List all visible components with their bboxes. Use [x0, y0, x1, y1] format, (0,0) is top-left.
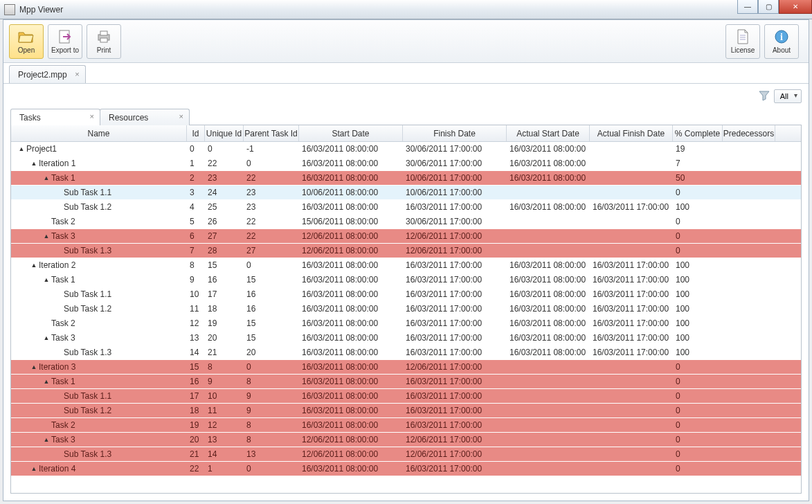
- cell-uid: 1: [205, 464, 244, 474]
- cell-finish: 16/03/2011 17:00:00: [403, 406, 507, 415]
- table-row[interactable]: Sub Task 1.24252316/03/2011 08:00:0016/0…: [11, 200, 801, 215]
- expander-icon[interactable]: ▲: [43, 378, 50, 385]
- expander-icon[interactable]: ▲: [30, 363, 37, 370]
- maximize-button[interactable]: ▢: [758, 0, 779, 14]
- expander-icon[interactable]: ▲: [30, 160, 37, 167]
- filter-row: All: [10, 88, 802, 105]
- cell-name: Task 2: [11, 318, 187, 328]
- tab-resources[interactable]: Resources ×: [100, 109, 190, 125]
- col-pred[interactable]: Predecessors: [723, 125, 775, 141]
- table-row[interactable]: ▲Iteration 4221016/03/2011 08:00:0016/03…: [11, 462, 801, 476]
- col-start[interactable]: Start Date: [299, 125, 403, 141]
- cell-id: 2: [187, 173, 205, 183]
- cell-pc: 7: [673, 159, 723, 168]
- export-button[interactable]: Export to: [48, 24, 82, 59]
- table-row[interactable]: Sub Task 1.110171616/03/2011 08:00:0016/…: [11, 287, 801, 302]
- license-button[interactable]: License: [725, 24, 760, 59]
- table-row[interactable]: Sub Task 1.314212016/03/2011 08:00:0016/…: [11, 345, 801, 360]
- expander-icon[interactable]: ▲: [43, 233, 50, 240]
- cell-pc: 100: [673, 260, 723, 270]
- cell-id: 16: [187, 377, 205, 386]
- funnel-icon[interactable]: [759, 90, 770, 103]
- table-row[interactable]: Sub Task 1.11710916/03/2011 08:00:0016/0…: [11, 389, 801, 404]
- file-tab-close-icon[interactable]: ×: [75, 70, 79, 78]
- file-tab[interactable]: Project2.mpp ×: [9, 65, 86, 83]
- table-row[interactable]: Sub Task 1.21811916/03/2011 08:00:0016/0…: [11, 404, 801, 418]
- col-id[interactable]: Id: [187, 125, 205, 141]
- table-row[interactable]: ▲Task 36272212/06/2011 08:00:0012/06/201…: [11, 229, 801, 244]
- cell-finish: 12/06/2011 17:00:00: [403, 246, 507, 255]
- expander-icon[interactable]: ▲: [43, 436, 50, 443]
- cell-uid: 20: [205, 333, 244, 343]
- expander-icon[interactable]: ▲: [30, 465, 37, 472]
- cell-pc: 0: [673, 391, 723, 401]
- col-name[interactable]: Name: [11, 125, 187, 141]
- cell-pid: 20: [244, 348, 299, 357]
- col-finish[interactable]: Finish Date: [403, 125, 507, 141]
- table-row[interactable]: ▲Project100-116/03/2011 08:00:0030/06/20…: [11, 142, 801, 156]
- cell-name: ▲Task 1: [11, 275, 187, 285]
- cell-uid: 18: [205, 304, 244, 314]
- tab-resources-close-icon[interactable]: ×: [179, 112, 183, 120]
- col-pid[interactable]: Parent Task Id: [244, 125, 299, 141]
- table-row[interactable]: ▲Task 313201516/03/2011 08:00:0016/03/20…: [11, 331, 801, 345]
- cell-name: ▲Iteration 1: [11, 159, 187, 168]
- table-row[interactable]: ▲Iteration 3158016/03/2011 08:00:0012/06…: [11, 360, 801, 375]
- table-row[interactable]: ▲Iteration 2815016/03/2011 08:00:0016/03…: [11, 258, 801, 273]
- expander-icon[interactable]: ▲: [18, 145, 25, 152]
- cell-id: 12: [187, 318, 205, 328]
- table-row[interactable]: ▲Iteration 1122016/03/2011 08:00:0030/06…: [11, 156, 801, 171]
- expander-icon[interactable]: ▲: [43, 334, 50, 341]
- cell-uid: 10: [205, 391, 244, 401]
- printer-icon: [96, 28, 112, 45]
- filter-dropdown[interactable]: All: [774, 89, 802, 103]
- cell-finish: 10/06/2011 17:00:00: [403, 188, 507, 197]
- cell-finish: 16/03/2011 17:00:00: [403, 464, 507, 474]
- col-pc[interactable]: % Complete: [673, 125, 723, 141]
- cell-afinish: 16/03/2011 17:00:00: [590, 318, 673, 328]
- cell-name-text: Task 2: [51, 420, 75, 430]
- expander-icon[interactable]: ▲: [30, 262, 37, 269]
- cell-uid: 23: [205, 173, 244, 183]
- table-row[interactable]: Sub Task 1.37282712/06/2011 08:00:0012/0…: [11, 244, 801, 258]
- table-row[interactable]: ▲Task 12232216/03/2011 08:00:0010/06/201…: [11, 171, 801, 186]
- task-grid-body[interactable]: Name Id Unique Id Parent Task Id Start D…: [11, 125, 801, 493]
- col-astart[interactable]: Actual Start Date: [507, 125, 590, 141]
- cell-name-text: Iteration 2: [39, 260, 75, 270]
- table-row[interactable]: ▲Task 19161516/03/2011 08:00:0016/03/201…: [11, 273, 801, 287]
- table-row[interactable]: ▲Task 1169816/03/2011 08:00:0016/03/2011…: [11, 375, 801, 389]
- cell-id: 22: [187, 464, 205, 474]
- table-row[interactable]: Task 212191516/03/2011 08:00:0016/03/201…: [11, 316, 801, 331]
- tab-tasks-close-icon[interactable]: ×: [90, 112, 94, 120]
- cell-start: 12/06/2011 08:00:00: [299, 246, 403, 255]
- close-button[interactable]: ✕: [779, 0, 812, 14]
- cell-name-text: Project1: [26, 144, 57, 154]
- table-row[interactable]: Sub Task 1.321141312/06/2011 08:00:0012/…: [11, 447, 801, 462]
- col-uid[interactable]: Unique Id: [205, 125, 244, 141]
- table-row[interactable]: ▲Task 32013812/06/2011 08:00:0012/06/201…: [11, 433, 801, 447]
- cell-pid: 0: [244, 260, 299, 270]
- cell-finish: 16/03/2011 17:00:00: [403, 420, 507, 430]
- cell-name-text: Task 2: [51, 217, 75, 226]
- cell-name: Sub Task 1.2: [11, 304, 187, 314]
- open-button[interactable]: Open: [9, 24, 44, 59]
- cell-finish: 30/06/2011 17:00:00: [403, 217, 507, 226]
- about-button[interactable]: i About: [764, 24, 799, 59]
- table-row[interactable]: Task 21912816/03/2011 08:00:0016/03/2011…: [11, 418, 801, 433]
- table-row[interactable]: Sub Task 1.211181616/03/2011 08:00:0016/…: [11, 302, 801, 316]
- app-icon: [4, 4, 15, 15]
- cell-afinish: 16/03/2011 17:00:00: [590, 289, 673, 299]
- cell-pc: 100: [673, 275, 723, 285]
- minimize-button[interactable]: —: [737, 0, 758, 14]
- cell-uid: 21: [205, 348, 244, 357]
- table-row[interactable]: Task 25262215/06/2011 08:00:0030/06/2011…: [11, 215, 801, 229]
- cell-name-text: Sub Task 1.1: [64, 391, 111, 401]
- tab-tasks[interactable]: Tasks ×: [10, 109, 100, 125]
- document-icon: [734, 28, 751, 45]
- print-label: Print: [97, 46, 111, 54]
- print-button[interactable]: Print: [87, 24, 121, 59]
- table-row[interactable]: Sub Task 1.13242310/06/2011 08:00:0010/0…: [11, 186, 801, 200]
- expander-icon[interactable]: ▲: [43, 174, 50, 181]
- expander-icon[interactable]: ▲: [43, 276, 50, 283]
- col-afinish[interactable]: Actual Finish Date: [590, 125, 673, 141]
